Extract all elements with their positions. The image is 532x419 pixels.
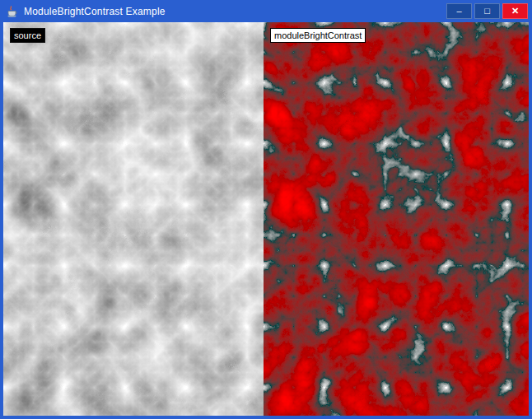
result-image — [264, 22, 529, 416]
titlebar[interactable]: ModuleBrightContrast Example – □ ✕ — [0, 0, 532, 22]
app-window: ModuleBrightContrast Example – □ ✕ sourc… — [0, 0, 532, 419]
result-panel: moduleBrightContrast — [264, 22, 529, 416]
maximize-button[interactable]: □ — [474, 3, 500, 19]
window-title: ModuleBrightContrast Example — [24, 6, 446, 17]
java-coffee-cup-icon — [6, 5, 19, 18]
result-label: moduleBrightContrast — [270, 28, 366, 43]
image-content-area: source moduleBrightContrast — [3, 22, 529, 416]
window-controls: – □ ✕ — [446, 3, 528, 19]
source-label: source — [10, 28, 45, 43]
minimize-button[interactable]: – — [446, 3, 472, 19]
close-button[interactable]: ✕ — [502, 3, 528, 19]
source-panel: source — [3, 22, 264, 416]
source-image — [3, 22, 264, 416]
